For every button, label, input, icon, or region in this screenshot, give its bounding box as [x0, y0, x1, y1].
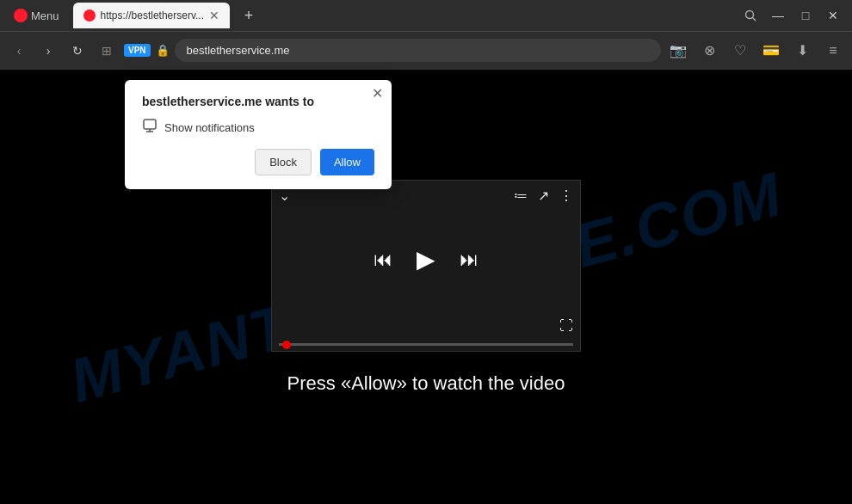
tab-close-icon[interactable]: ✕	[209, 9, 219, 22]
tab-title: https://bestletherserv...	[101, 9, 205, 22]
search-icon[interactable]	[738, 3, 762, 28]
allow-button[interactable]: Allow	[320, 149, 374, 175]
extension-icon[interactable]: ⊗	[697, 39, 721, 63]
chevron-down-icon[interactable]: ⌄	[279, 187, 290, 204]
dialog-close-icon[interactable]: ✕	[372, 87, 383, 101]
dialog-notification-row: Show notifications	[142, 118, 374, 137]
notification-label: Show notifications	[164, 121, 255, 134]
lock-icon: 🔒	[156, 44, 170, 57]
browser-tab[interactable]: https://bestletherserv... ✕	[73, 3, 231, 28]
video-bottom-controls	[272, 338, 580, 351]
window-controls: — □ ✕	[738, 3, 845, 28]
tab-bar: Menu https://bestletherserv... ✕ + — □ ✕	[0, 0, 852, 31]
new-tab-button[interactable]: +	[237, 3, 261, 28]
close-window-icon[interactable]: ✕	[821, 3, 845, 28]
back-button[interactable]: ‹	[7, 39, 31, 63]
play-button[interactable]: ▶	[417, 245, 435, 274]
prompt-text: Press «Allow» to watch the video	[287, 372, 565, 395]
dialog-buttons: Block Allow	[142, 149, 374, 175]
menu-dots-icon[interactable]: ≡	[821, 39, 845, 63]
grid-view-button[interactable]: ⊞	[95, 39, 119, 63]
address-bar-icons: 📷 ⊗ ♡ 💳 ⬇ ≡	[666, 39, 845, 63]
url-bar[interactable]: bestletherservice.me	[175, 39, 661, 62]
camera-icon[interactable]: 📷	[666, 39, 690, 63]
opera-logo-icon	[14, 9, 28, 22]
progress-bar[interactable]	[279, 343, 573, 346]
notification-icon	[142, 118, 157, 137]
new-tab-icon: +	[244, 7, 254, 25]
url-text: bestletherservice.me	[187, 44, 290, 57]
video-top-controls: ≔ ↗ ⋮	[514, 187, 573, 204]
next-button[interactable]: ⏭	[460, 249, 478, 271]
playlist-icon[interactable]: ≔	[514, 187, 528, 204]
opera-menu[interactable]: Menu	[7, 5, 66, 26]
tab-favicon-icon	[83, 9, 96, 22]
svg-line-1	[753, 18, 756, 22]
wallet-icon[interactable]: 💳	[759, 39, 783, 63]
fullscreen-button[interactable]: ⛶	[559, 318, 573, 334]
reload-button[interactable]: ↻	[65, 39, 90, 63]
address-bar: ‹ › ↻ ⊞ VPN 🔒 bestletherservice.me 📷 ⊗ ♡…	[0, 31, 852, 69]
minimize-icon[interactable]: —	[766, 3, 790, 28]
notification-dialog: ✕ bestletherservice.me wants to Show not…	[125, 80, 392, 189]
menu-label: Menu	[31, 9, 59, 22]
browser-chrome: Menu https://bestletherserv... ✕ + — □ ✕	[0, 0, 852, 70]
more-options-icon[interactable]: ⋮	[559, 187, 573, 204]
video-center-controls: ⏮ ▶ ⏭	[272, 181, 580, 338]
previous-button[interactable]: ⏮	[374, 249, 392, 271]
heart-icon[interactable]: ♡	[728, 39, 752, 63]
share-icon[interactable]: ↗	[538, 187, 549, 204]
page-content: MYANTISPYWARE.COM ⌄ ≔ ↗ ⋮ ⏮ ▶ ⏭ ⛶ Press …	[0, 70, 852, 504]
download-icon[interactable]: ⬇	[790, 39, 814, 63]
dialog-title: bestletherservice.me wants to	[142, 94, 374, 109]
block-button[interactable]: Block	[255, 149, 312, 175]
svg-rect-2	[144, 120, 156, 129]
maximize-icon[interactable]: □	[793, 3, 818, 28]
svg-point-0	[746, 11, 754, 19]
vpn-badge[interactable]: VPN	[124, 44, 151, 57]
progress-dot	[282, 341, 291, 349]
forward-button[interactable]: ›	[36, 39, 60, 63]
video-player: ⌄ ≔ ↗ ⋮ ⏮ ▶ ⏭ ⛶	[271, 180, 581, 352]
